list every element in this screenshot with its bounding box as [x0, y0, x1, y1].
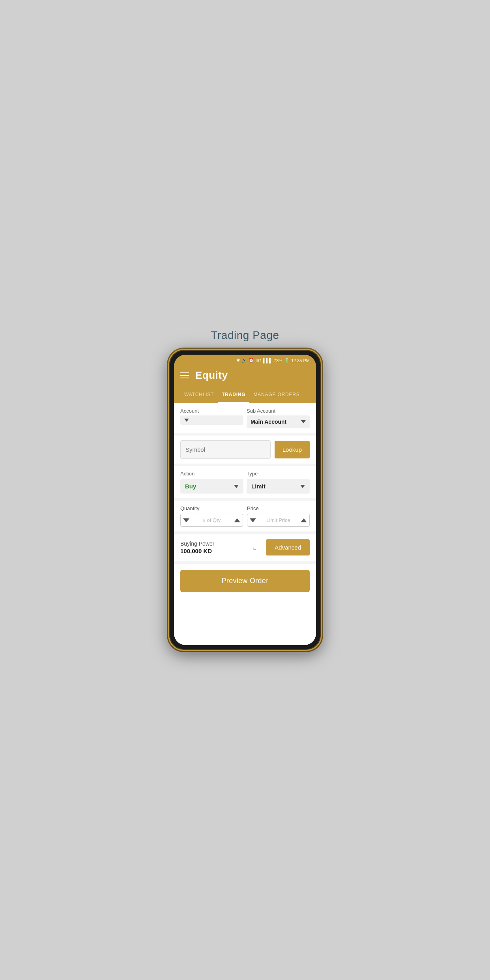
nav-tabs: WATCHLIST TRADING MANAGE ORDERS: [180, 388, 310, 403]
page-title: Trading Page: [211, 329, 279, 342]
hamburger-menu-button[interactable]: [180, 372, 189, 379]
quantity-decrement-icon[interactable]: [183, 518, 189, 522]
tab-watchlist[interactable]: WATCHLIST: [180, 388, 218, 403]
account-label: Account: [180, 408, 243, 414]
type-label: Type: [247, 471, 310, 477]
symbol-input[interactable]: [180, 440, 271, 459]
buying-power-section: Buying Power 100,000 KD ⌄ Advanced: [174, 534, 316, 561]
action-group: Action Buy: [180, 471, 243, 494]
account-field: Account: [180, 408, 243, 428]
header-top: Equity: [180, 369, 310, 386]
price-label: Price: [247, 505, 310, 511]
battery-percent: 73%: [274, 358, 282, 363]
lookup-button[interactable]: Lookup: [275, 441, 310, 458]
battery-icon: 🔋: [284, 358, 290, 363]
bluetooth-icon: ✱: [236, 358, 240, 363]
quantity-label: Quantity: [180, 505, 243, 511]
action-dropdown[interactable]: Buy: [180, 479, 243, 494]
time-display: 12:35 PM: [291, 358, 310, 363]
hamburger-line: [180, 375, 189, 376]
type-dropdown[interactable]: Limit: [247, 479, 310, 494]
preview-section: Preview Order: [174, 564, 316, 598]
hamburger-line: [180, 372, 189, 374]
account-section: Account Sub Account Main Account: [174, 403, 316, 433]
buying-power-info: Buying Power 100,000 KD: [180, 540, 214, 554]
tab-trading[interactable]: TRADING: [218, 388, 249, 403]
status-bar: ✱ 🔈 ⏰ 4G ▌▌▌ 73% 🔋 12:35 PM: [174, 355, 316, 365]
price-placeholder: Limit Price: [256, 517, 301, 523]
type-dropdown-arrow: [300, 485, 305, 488]
app-header: Equity WATCHLIST TRADING MANAGE ORDERS: [174, 365, 316, 403]
symbol-section: Lookup: [174, 436, 316, 464]
status-icons: ✱ 🔈 ⏰ 4G ▌▌▌ 73% 🔋 12:35 PM: [236, 358, 310, 363]
action-type-section: Action Buy Type Limit: [174, 466, 316, 498]
sub-account-value: Main Account: [251, 419, 286, 425]
buying-power-right: ⌄ Advanced: [251, 539, 310, 555]
quantity-stepper[interactable]: # of Qty: [180, 514, 243, 527]
sub-account-dropdown-arrow: [301, 420, 306, 423]
advanced-button[interactable]: Advanced: [266, 539, 310, 555]
network-icon: 4G: [256, 358, 262, 363]
preview-order-button[interactable]: Preview Order: [180, 570, 310, 592]
account-dropdown[interactable]: [180, 415, 243, 425]
sub-account-label: Sub Account: [247, 408, 310, 414]
price-increment-icon[interactable]: [301, 518, 307, 522]
quantity-group: Quantity # of Qty: [180, 505, 243, 527]
action-dropdown-arrow: [234, 485, 239, 488]
volume-icon: 🔈: [241, 358, 247, 363]
price-stepper[interactable]: Limit Price: [247, 514, 310, 527]
quantity-increment-icon[interactable]: [234, 518, 240, 522]
type-value: Limit: [251, 483, 266, 490]
buying-power-value: 100,000 KD: [180, 548, 214, 554]
bottom-space: [174, 598, 316, 645]
action-value: Buy: [185, 483, 196, 490]
type-group: Type Limit: [247, 471, 310, 494]
signal-icon: ▌▌▌: [263, 358, 272, 363]
alarm-icon: ⏰: [249, 358, 254, 363]
chevron-down-icon[interactable]: ⌄: [251, 543, 258, 552]
main-content: Account Sub Account Main Account Lookup: [174, 403, 316, 645]
account-dropdown-arrow: [184, 419, 189, 422]
qty-price-section: Quantity # of Qty Price Limit Price: [174, 501, 316, 531]
header-title: Equity: [195, 369, 228, 382]
price-group: Price Limit Price: [247, 505, 310, 527]
phone-screen: ✱ 🔈 ⏰ 4G ▌▌▌ 73% 🔋 12:35 PM Equity: [174, 355, 316, 645]
action-label: Action: [180, 471, 243, 477]
quantity-placeholder: # of Qty: [189, 517, 234, 523]
sub-account-field: Sub Account Main Account: [247, 408, 310, 428]
sub-account-dropdown[interactable]: Main Account: [247, 415, 310, 428]
buying-power-label: Buying Power: [180, 540, 214, 547]
phone-frame: ✱ 🔈 ⏰ 4G ▌▌▌ 73% 🔋 12:35 PM Equity: [168, 349, 322, 651]
hamburger-line: [180, 378, 189, 379]
tab-manage-orders[interactable]: MANAGE ORDERS: [249, 388, 303, 403]
price-decrement-icon[interactable]: [250, 518, 256, 522]
